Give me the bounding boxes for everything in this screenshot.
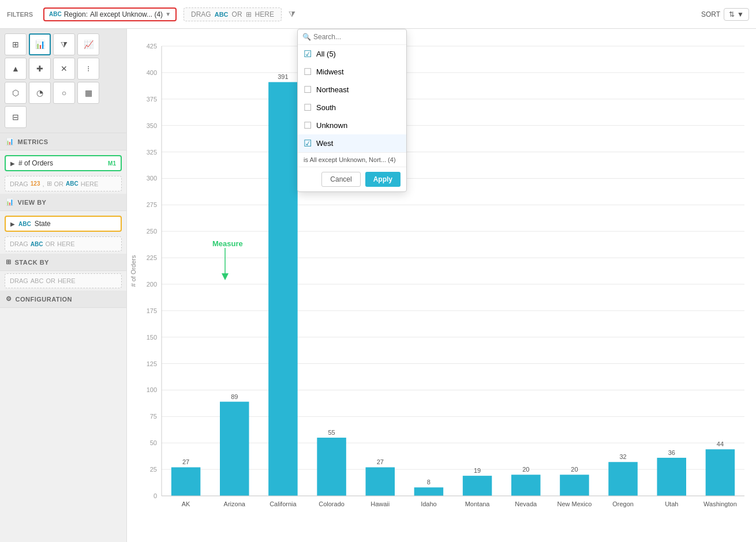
- table-icon-btn[interactable]: ⊞: [5, 33, 27, 55]
- or-label: OR: [232, 10, 242, 18]
- dropdown-status: is All except Unknown, Nort... (4): [298, 152, 406, 167]
- sort-section: SORT ⇅ ▼: [701, 8, 749, 21]
- hex-icon-btn[interactable]: ⬡: [5, 82, 27, 104]
- svg-text:200: 200: [147, 281, 157, 288]
- midwest-checkbox-icon: ☐: [304, 66, 312, 77]
- config-gear-icon: ⚙: [6, 295, 12, 303]
- svg-text:325: 325: [147, 149, 157, 156]
- sort-button[interactable]: ⇅ ▼: [724, 8, 749, 21]
- svg-text:250: 250: [147, 228, 157, 235]
- unknown-label: Unknown: [316, 121, 347, 130]
- svg-text:225: 225: [147, 254, 157, 261]
- svg-rect-45: [317, 438, 346, 496]
- svg-rect-42: [268, 82, 298, 496]
- svg-text:25: 25: [150, 466, 157, 473]
- plus-icon-btn[interactable]: ✚: [29, 58, 51, 80]
- filter-icon-btn[interactable]: ⧩: [53, 33, 75, 55]
- south-checkbox-icon: ☐: [304, 102, 312, 113]
- cancel-button[interactable]: Cancel: [321, 172, 360, 187]
- view-by-section-header[interactable]: 📊 VIEW BY: [0, 194, 126, 211]
- config-section-header[interactable]: ⚙ CONFIGURATION: [0, 291, 126, 308]
- all-item-label: All (5): [316, 50, 336, 58]
- view-by-icon: 📊: [6, 198, 14, 206]
- grid-icon-btn[interactable]: ▦: [77, 82, 99, 104]
- svg-rect-57: [511, 475, 541, 496]
- filter-dropdown-arrow: ▼: [165, 11, 171, 17]
- svg-text:125: 125: [147, 360, 157, 367]
- unknown-checkbox-icon: ☐: [304, 120, 312, 131]
- table2-icon-btn[interactable]: ⊟: [5, 106, 27, 128]
- region-filter-dropdown[interactable]: 🔍 ☑ All (5) ☐ Midwest ☐ Northeast ☐: [297, 29, 407, 192]
- stack-by-section-header[interactable]: ⊞ STACK BY: [0, 254, 126, 271]
- dropdown-west-item[interactable]: ☑ West: [298, 134, 406, 152]
- table-icon: ⊞: [246, 10, 252, 18]
- dropdown-south-item[interactable]: ☐ South: [298, 99, 406, 116]
- svg-text:New Mexico: New Mexico: [557, 500, 592, 507]
- svg-text:375: 375: [147, 96, 157, 103]
- dropdown-northeast-item[interactable]: ☐ Northeast: [298, 81, 406, 99]
- circle-icon-btn[interactable]: ○: [53, 82, 75, 104]
- svg-text:150: 150: [147, 334, 157, 341]
- apply-button[interactable]: Apply: [365, 172, 401, 187]
- sort-dropdown-arrow: ▼: [737, 10, 744, 18]
- search-icon: 🔍: [302, 33, 311, 41]
- dropdown-midwest-item[interactable]: ☐ Midwest: [298, 63, 406, 81]
- svg-text:AK: AK: [182, 500, 190, 507]
- stack-by-label: STACK BY: [15, 259, 49, 266]
- drag-label: DRAG: [191, 10, 211, 18]
- filter-type-badge: ABC: [49, 11, 62, 17]
- comma: ,: [42, 180, 44, 187]
- funnel-icon[interactable]: ⧩: [289, 9, 295, 19]
- view-by-item[interactable]: ▶ ABC State: [5, 216, 122, 232]
- metrics-item[interactable]: ▶ # of Orders M1: [5, 155, 122, 171]
- or-text: OR: [54, 180, 64, 187]
- svg-text:300: 300: [147, 175, 157, 182]
- svg-text:44: 44: [717, 441, 724, 447]
- stack-by-drag-zone: DRAG ABC OR HERE: [5, 273, 122, 288]
- dropdown-search-area: 🔍: [298, 29, 406, 45]
- scatter-icon-btn[interactable]: ⁝: [77, 58, 99, 80]
- dropdown-all-item[interactable]: ☑ All (5): [298, 45, 406, 63]
- svg-rect-63: [608, 462, 638, 496]
- region-filter-pill[interactable]: ABC Region: All except Unknow... (4) ▼: [43, 7, 177, 21]
- svg-rect-48: [366, 467, 395, 496]
- stack-by-icon: ⊞: [6, 258, 12, 266]
- svg-text:Colorado: Colorado: [319, 500, 345, 507]
- or-text-vb: OR: [45, 240, 55, 247]
- svg-text:Oregon: Oregon: [612, 500, 634, 507]
- here-text-vb: HERE: [57, 240, 75, 247]
- svg-text:27: 27: [377, 458, 384, 465]
- here-label: HERE: [255, 10, 274, 18]
- svg-text:20: 20: [571, 466, 578, 473]
- x-icon-btn[interactable]: ✕: [53, 58, 75, 80]
- view-by-abc-badge: ABC: [18, 221, 31, 227]
- pie-icon-btn[interactable]: ◔: [29, 82, 51, 104]
- table-icon-small: ⊞: [47, 180, 52, 187]
- filter-value: All except Unknow... (4): [90, 10, 163, 18]
- drag-drop-zone-toolbar: DRAG ABC OR ⊞ HERE: [184, 7, 282, 21]
- line-chart-icon-btn[interactable]: 📈: [77, 33, 99, 55]
- bar-chart-icon-btn[interactable]: 📊: [29, 33, 51, 55]
- svg-text:175: 175: [147, 307, 157, 314]
- south-label: South: [316, 103, 336, 112]
- svg-rect-54: [463, 476, 492, 496]
- svg-text:Arizona: Arizona: [224, 500, 246, 507]
- northeast-checkbox-icon: ☐: [304, 84, 312, 95]
- metrics-section-header[interactable]: 📊 METRICS: [0, 133, 126, 150]
- main-content: ⊞ 📊 ⧩ 📈 ▲ ✚ ✕ ⁝ ⬡ ◔ ○ ▦ ⊟ 📊 METRICS ▶ # …: [0, 29, 756, 542]
- svg-rect-69: [706, 449, 735, 496]
- sidebar: ⊞ 📊 ⧩ 📈 ▲ ✚ ✕ ⁝ ⬡ ◔ ○ ▦ ⊟ 📊 METRICS ▶ # …: [0, 29, 127, 542]
- metrics-expand-arrow: ▶: [10, 160, 15, 167]
- dropdown-actions: Cancel Apply: [298, 167, 406, 191]
- svg-text:Hawaii: Hawaii: [370, 500, 390, 507]
- dropdown-search-input[interactable]: [313, 33, 402, 41]
- here-text-sb: HERE: [58, 277, 76, 284]
- dropdown-unknown-item[interactable]: ☐ Unknown: [298, 116, 406, 134]
- svg-text:425: 425: [147, 43, 157, 50]
- drag-text: DRAG: [10, 180, 28, 187]
- area-chart-icon-btn[interactable]: ▲: [5, 58, 27, 80]
- svg-text:27: 27: [182, 458, 189, 465]
- bar-chart-svg: 0255075100125150175200225250275300325350…: [127, 29, 756, 542]
- num-badge: 123: [31, 180, 40, 187]
- svg-text:Washington: Washington: [703, 500, 737, 507]
